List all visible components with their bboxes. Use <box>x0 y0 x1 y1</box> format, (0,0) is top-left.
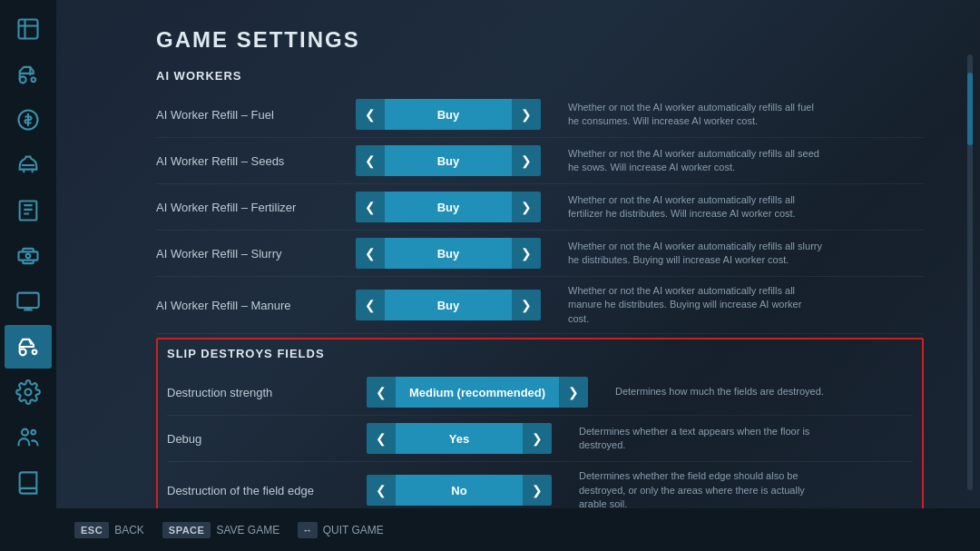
scrollbar-thumb[interactable] <box>967 73 973 145</box>
setting-control: ❮ Buy ❯ <box>356 238 541 269</box>
setting-desc: Determines whether a text appears when t… <box>579 425 833 453</box>
arrow-right-button[interactable]: ❯ <box>523 423 552 454</box>
value-display: No <box>396 475 523 506</box>
table-row: Destruction of the field edge ❮ No ❯ Det… <box>167 462 913 508</box>
arrow-left-button[interactable]: ❮ <box>356 145 385 176</box>
value-display: Buy <box>385 238 512 269</box>
svg-point-10 <box>25 389 32 396</box>
value-display: Yes <box>396 423 523 454</box>
value-display: Buy <box>385 290 512 320</box>
arrow-left-button[interactable]: ❮ <box>356 238 385 269</box>
table-row: Debug ❮ Yes ❯ Determines whether a text … <box>167 416 913 462</box>
setting-desc: Whether or not the AI worker automatical… <box>568 240 822 268</box>
table-row: AI Worker Refill – Slurry ❮ Buy ❯ Whethe… <box>156 231 924 277</box>
setting-control: ❮ Buy ❯ <box>356 192 541 222</box>
arrow-right-button[interactable]: ❯ <box>512 145 541 176</box>
sidebar-item-help[interactable] <box>5 461 52 505</box>
arrow-left-button[interactable]: ❮ <box>356 290 385 320</box>
svg-rect-4 <box>20 202 37 221</box>
quit-label: QUIT GAME <box>323 524 384 536</box>
setting-control: ❮ Buy ❯ <box>356 145 541 176</box>
setting-desc: Whether or not the AI worker automatical… <box>568 101 822 129</box>
value-display: Buy <box>385 99 512 130</box>
arrow-right-button[interactable]: ❯ <box>512 238 541 269</box>
arrow-left-button[interactable]: ❮ <box>367 423 396 454</box>
esc-badge: ESC <box>74 522 109 538</box>
svg-point-6 <box>26 254 31 259</box>
setting-desc: Whether or not the AI worker automatical… <box>568 284 822 326</box>
sidebar-item-machine[interactable] <box>5 234 52 278</box>
space-save-key[interactable]: SPACE SAVE GAME <box>162 522 279 538</box>
svg-rect-0 <box>19 20 38 39</box>
value-display: Buy <box>385 145 512 176</box>
arrow-right-button[interactable]: ❯ <box>512 99 541 130</box>
setting-label: AI Worker Refill – Fuel <box>156 108 356 122</box>
slip-destroys-section: SLIP DESTROYS FIELDS Destruction strengt… <box>156 338 924 508</box>
setting-control: ❮ Buy ❯ <box>356 99 541 130</box>
setting-label: AI Worker Refill – Fertilizer <box>156 201 356 214</box>
setting-desc: Whether or not the AI worker automatical… <box>568 147 822 175</box>
sidebar-item-multiplayer[interactable] <box>5 416 52 459</box>
arrow-right-button[interactable]: ❯ <box>523 475 552 506</box>
setting-desc: Determines whether the field edge should… <box>579 469 833 508</box>
table-row: AI Worker Refill – Manure ❮ Buy ❯ Whethe… <box>156 277 924 334</box>
page-title: GAME SETTINGS <box>156 27 924 53</box>
svg-rect-7 <box>17 293 38 308</box>
sidebar-item-map[interactable] <box>5 7 52 51</box>
sidebar-item-general[interactable] <box>5 370 52 414</box>
table-row: AI Worker Refill – Fertilizer ❮ Buy ❯ Wh… <box>156 184 924 231</box>
setting-desc: Whether or not the AI worker automatical… <box>568 193 822 221</box>
svg-point-8 <box>20 349 26 355</box>
setting-label-debug: Debug <box>167 432 367 446</box>
arrow-right-button[interactable]: ❯ <box>559 377 588 408</box>
sidebar-item-monitor[interactable] <box>5 280 52 323</box>
value-display: Buy <box>385 192 512 222</box>
svg-point-2 <box>32 78 36 83</box>
quit-badge: ↔ <box>298 522 318 538</box>
ai-workers-header: AI WORKERS <box>156 69 924 83</box>
setting-label: AI Worker Refill – Manure <box>156 299 356 312</box>
arrow-left-button[interactable]: ❮ <box>356 99 385 130</box>
sidebar-item-economy[interactable] <box>5 98 52 142</box>
table-row: AI Worker Refill – Fuel ❮ Buy ❯ Whether … <box>156 92 924 138</box>
sidebar-item-vehicle[interactable] <box>5 53 52 96</box>
main-content: GAME SETTINGS AI WORKERS AI Worker Refil… <box>56 0 960 508</box>
sidebar <box>0 0 56 551</box>
svg-point-1 <box>20 76 26 83</box>
setting-control: ❮ No ❯ <box>367 475 552 506</box>
arrow-left-button[interactable]: ❮ <box>356 192 385 222</box>
esc-label: BACK <box>114 524 144 536</box>
esc-back-key[interactable]: ESC BACK <box>74 522 144 538</box>
space-label: SAVE GAME <box>216 524 279 536</box>
svg-point-12 <box>32 430 36 435</box>
quit-key[interactable]: ↔ QUIT GAME <box>298 522 384 538</box>
scrollbar-track[interactable] <box>967 54 973 490</box>
setting-label: AI Worker Refill – Slurry <box>156 247 356 261</box>
sidebar-item-field[interactable] <box>5 189 52 232</box>
arrow-right-button[interactable]: ❯ <box>512 290 541 320</box>
sidebar-item-tractor-settings[interactable] <box>5 325 52 369</box>
arrow-right-button[interactable]: ❯ <box>512 192 541 222</box>
setting-control: ❮ Medium (recommended) ❯ <box>367 377 588 408</box>
setting-control: ❮ Buy ❯ <box>356 290 541 320</box>
svg-point-9 <box>33 350 37 355</box>
slip-destroys-header: SLIP DESTROYS FIELDS <box>167 347 913 360</box>
sidebar-item-animals[interactable] <box>5 143 52 187</box>
setting-desc: Determines how much the fields are destr… <box>615 385 824 398</box>
setting-label-destruction-strength: Destruction strength <box>167 386 367 399</box>
setting-label-field-edge: Destruction of the field edge <box>167 484 367 497</box>
space-badge: SPACE <box>162 522 211 538</box>
value-display: Medium (recommended) <box>396 377 559 408</box>
table-row: AI Worker Refill – Seeds ❮ Buy ❯ Whether… <box>156 138 924 184</box>
setting-label: AI Worker Refill – Seeds <box>156 154 356 168</box>
svg-point-11 <box>22 429 28 436</box>
arrow-left-button[interactable]: ❮ <box>367 475 396 506</box>
setting-control: ❮ Yes ❯ <box>367 423 552 454</box>
bottom-bar: ESC BACK SPACE SAVE GAME ↔ QUIT GAME <box>56 508 980 551</box>
arrow-left-button[interactable]: ❮ <box>367 377 396 408</box>
table-row: Destruction strength ❮ Medium (recommend… <box>167 369 913 416</box>
